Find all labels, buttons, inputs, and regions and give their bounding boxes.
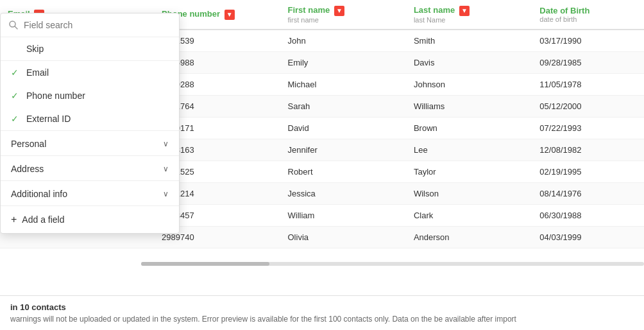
footer-line2: warnings will not be uploaded or updated… (10, 315, 634, 324)
dropdown-section-label-address: Address (11, 164, 44, 174)
cell-dob: 07/22/1993 (532, 117, 644, 139)
cell-firstname: Emily (280, 51, 406, 73)
filter-icon-firstname[interactable]: ▼ (334, 6, 344, 16)
search-icon (8, 20, 19, 30)
dropdown-section-label-additional: Additional info (11, 189, 67, 199)
cell-dob: 02/19/1995 (532, 161, 644, 182)
cell-lastname: Wilson (406, 182, 532, 204)
filter-icon-lastname[interactable]: ▼ (459, 6, 470, 16)
cell-lastname: Smith (406, 30, 532, 52)
col-label-dob: Date of Birth (539, 6, 589, 15)
cell-lastname: Johnson (406, 73, 532, 95)
scroll-track (141, 262, 644, 266)
cell-firstname: John (280, 30, 406, 52)
cell-firstname: William (280, 204, 406, 226)
col-subtitle-dob: date of birth (539, 15, 636, 23)
dropdown-label-external-id: External ID (26, 114, 71, 124)
cell-dob: 12/08/1982 (532, 139, 644, 161)
svg-line-1 (15, 26, 17, 29)
cell-firstname: Jennifer (280, 139, 406, 161)
col-label-lastname: Last name (414, 5, 455, 15)
cell-dob: 11/05/1978 (532, 73, 644, 95)
cell-firstname: Robert (280, 161, 406, 182)
dropdown-panel: Skip ✓ Email ✓ Phone number ✓ External I… (0, 13, 180, 234)
cell-lastname: Davis (406, 51, 532, 73)
dropdown-section-personal: Personal ∨ (1, 130, 179, 155)
check-icon-external-id: ✓ (11, 114, 21, 124)
cell-firstname: Sarah (280, 95, 406, 117)
footer-text-2: warnings will not be uploaded or updated… (10, 315, 432, 324)
dropdown-section-additional: Additional info ∨ (1, 180, 179, 205)
col-subtitle-firstname: first name (288, 16, 398, 24)
cell-lastname: Williams (406, 95, 532, 117)
chevron-down-icon-additional: ∨ (163, 189, 169, 198)
dropdown-item-phone[interactable]: ✓ Phone number (1, 84, 179, 107)
dropdown-search-area[interactable] (1, 13, 179, 37)
dropdown-item-external-id[interactable]: ✓ External ID (1, 107, 179, 130)
dropdown-item-email[interactable]: ✓ Email (1, 61, 179, 84)
cell-dob: 05/12/2000 (532, 95, 644, 117)
cell-dob: 08/14/1976 (532, 182, 644, 204)
check-icon-skip (11, 44, 21, 54)
dropdown-add-field[interactable]: + Add a field (1, 205, 179, 233)
dropdown-item-skip[interactable]: Skip (1, 37, 179, 61)
cell-dob: 04/03/1999 (532, 226, 644, 248)
dropdown-section-header-address[interactable]: Address ∨ (1, 156, 179, 180)
scroll-indicator[interactable] (141, 262, 644, 266)
cell-lastname: Lee (406, 139, 532, 161)
cell-lastname: Brown (406, 117, 532, 139)
footer-line1: in 10 contacts (10, 302, 634, 312)
cell-dob: 03/17/1990 (532, 30, 644, 52)
check-icon-phone: ✓ (11, 91, 21, 101)
cell-lastname: Taylor (406, 161, 532, 182)
cell-firstname: David (280, 117, 406, 139)
dropdown-section-address: Address ∨ (1, 155, 179, 180)
col-label-firstname: First name (288, 5, 330, 15)
dropdown-label-skip: Skip (26, 44, 44, 54)
dropdown-label-email: Email (26, 67, 49, 78)
cell-lastname: Clark (406, 204, 532, 226)
cell-lastname: Anderson (406, 226, 532, 248)
cell-firstname: Michael (280, 73, 406, 95)
chevron-down-icon-address: ∨ (163, 164, 169, 173)
field-search-input[interactable] (24, 20, 171, 30)
col-subtitle-lastname: last Name (414, 16, 524, 24)
page-wrapper: Email ▼ Phone number ▼ First name ▼ firs… (0, 0, 644, 330)
check-icon-email: ✓ (11, 67, 21, 78)
cell-firstname: Olivia (280, 226, 406, 248)
footer-area: in 10 contacts warnings will not be uplo… (0, 295, 644, 330)
chevron-down-icon-personal: ∨ (163, 139, 169, 148)
col-header-dob[interactable]: Date of Birth date of birth (532, 0, 644, 30)
filter-icon-phone[interactable]: ▼ (225, 10, 235, 20)
dropdown-label-phone: Phone number (26, 91, 85, 101)
footer-text-3: be available after import (434, 315, 516, 324)
dropdown-section-label-personal: Personal (11, 139, 46, 149)
cell-firstname: Jessica (280, 182, 406, 204)
cell-dob: 06/30/1988 (532, 204, 644, 226)
plus-icon: + (11, 214, 17, 225)
add-field-label: Add a field (22, 214, 64, 225)
dropdown-section-header-additional[interactable]: Additional info ∨ (1, 181, 179, 205)
cell-dob: 09/28/1985 (532, 51, 644, 73)
dropdown-section-header-personal[interactable]: Personal ∨ (1, 131, 179, 155)
scroll-thumb[interactable] (141, 262, 269, 266)
col-header-lastname[interactable]: Last name ▼ last Name (406, 0, 532, 30)
col-header-firstname[interactable]: First name ▼ first name (280, 0, 406, 30)
